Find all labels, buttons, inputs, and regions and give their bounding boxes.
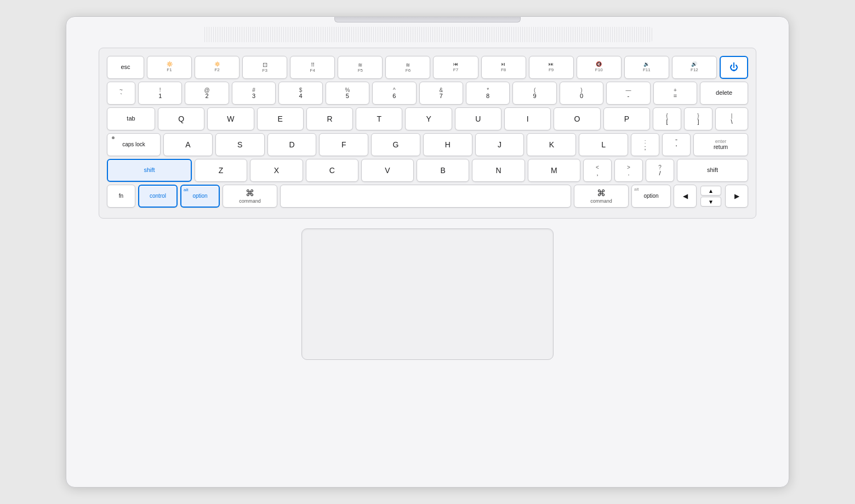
shift-left-label: shift: [144, 167, 155, 174]
key-option-right[interactable]: alt option: [631, 185, 671, 208]
key-tab[interactable]: tab: [107, 107, 155, 130]
key-tilde[interactable]: ~ `: [107, 82, 135, 105]
key-esc[interactable]: esc: [107, 56, 144, 79]
key-f[interactable]: F: [319, 133, 368, 156]
key-b[interactable]: B: [417, 159, 469, 182]
key-r[interactable]: R: [306, 107, 353, 130]
delete-label: delete: [716, 89, 732, 96]
key-period[interactable]: > .: [614, 159, 643, 182]
key-m[interactable]: M: [528, 159, 580, 182]
key-v[interactable]: V: [361, 159, 414, 182]
key-4[interactable]: $ 4: [278, 82, 322, 105]
key-minus[interactable]: — -: [606, 82, 650, 105]
trackpad[interactable]: [301, 228, 554, 360]
g-label: G: [393, 140, 399, 150]
y-label: Y: [426, 114, 431, 124]
cbracket-bottom: ]: [697, 119, 699, 125]
key-f10[interactable]: 🔇 F10: [577, 56, 622, 79]
key-command-right[interactable]: ⌘ command: [574, 185, 629, 208]
key-w[interactable]: W: [207, 107, 254, 130]
key-p[interactable]: P: [603, 107, 650, 130]
f4-icon: ⠿: [311, 62, 315, 68]
key-open-bracket[interactable]: { [: [653, 107, 681, 130]
key-comma[interactable]: < ,: [583, 159, 612, 182]
key-3[interactable]: # 3: [232, 82, 276, 105]
key-enter[interactable]: enter return: [693, 133, 748, 156]
key-g[interactable]: G: [371, 133, 420, 156]
f10-icon: 🔇: [596, 62, 602, 67]
key-f1[interactable]: 🔆 F1: [147, 56, 192, 79]
equals-bottom: =: [674, 93, 677, 99]
w-label: W: [227, 114, 234, 124]
key-d[interactable]: D: [267, 133, 317, 156]
tilde-top: ~: [119, 88, 123, 93]
key-shift-right[interactable]: shift: [677, 159, 748, 182]
key-arrow-left[interactable]: ◀: [674, 185, 697, 208]
key-0[interactable]: ) 0: [560, 82, 603, 105]
key-arrow-up[interactable]: ▲: [700, 186, 721, 196]
l-label: L: [601, 140, 606, 150]
alt-left-label: alt: [184, 187, 188, 193]
f9-icon: ⏭: [549, 62, 554, 67]
key-t[interactable]: T: [356, 107, 402, 130]
key-delete[interactable]: delete: [700, 82, 748, 105]
key-e[interactable]: E: [257, 107, 304, 130]
key-c[interactable]: C: [306, 159, 358, 182]
squote-label: ': [676, 145, 677, 151]
key-caps-lock[interactable]: caps lock: [107, 133, 161, 156]
key-7[interactable]: & 7: [419, 82, 463, 105]
key-close-bracket[interactable]: } ]: [684, 107, 713, 130]
key-i[interactable]: I: [504, 107, 551, 130]
key-o[interactable]: O: [554, 107, 600, 130]
key-h[interactable]: H: [423, 133, 472, 156]
key4-top: $: [299, 88, 303, 93]
f3-icon: ⊡: [263, 61, 267, 68]
key-l[interactable]: L: [579, 133, 628, 156]
key-y[interactable]: Y: [405, 107, 452, 130]
key-control[interactable]: control: [138, 185, 178, 208]
key-backslash[interactable]: | \: [715, 107, 748, 130]
key-f5[interactable]: ≋ F5: [338, 56, 383, 79]
key-slash[interactable]: ? /: [646, 159, 674, 182]
key-j[interactable]: J: [475, 133, 525, 156]
shift-row: shift Z X C V B N M < , > . ? / shift: [107, 159, 748, 182]
key-f2[interactable]: 🔅 F2: [195, 56, 240, 79]
key5-top: %: [345, 88, 350, 93]
key-u[interactable]: U: [455, 107, 501, 130]
key-s[interactable]: S: [215, 133, 265, 156]
key-8[interactable]: * 8: [466, 82, 510, 105]
key-q[interactable]: Q: [158, 107, 204, 130]
period-label: .: [628, 170, 629, 176]
key-f6[interactable]: ≋ F6: [385, 56, 430, 79]
key-n[interactable]: N: [472, 159, 525, 182]
key-option-left[interactable]: alt option: [180, 185, 220, 208]
key-equals[interactable]: + =: [653, 82, 697, 105]
key-semicolon[interactable]: : ;: [631, 133, 659, 156]
key-quote[interactable]: " ': [662, 133, 691, 156]
key-power[interactable]: ⏻: [720, 56, 748, 79]
o-label: O: [574, 114, 580, 124]
key-z[interactable]: Z: [195, 159, 247, 182]
key-shift-left[interactable]: shift: [107, 159, 192, 182]
key-arrow-right[interactable]: ▶: [725, 185, 748, 208]
key-a[interactable]: A: [163, 133, 213, 156]
key-fn[interactable]: fn: [107, 185, 135, 208]
key-arrow-down[interactable]: ▼: [700, 197, 721, 207]
key-space[interactable]: [280, 185, 571, 208]
key-k[interactable]: K: [527, 133, 576, 156]
key-9[interactable]: ( 9: [512, 82, 556, 105]
key-f7[interactable]: ⏮ F7: [433, 56, 478, 79]
key-f12[interactable]: 🔊 F12: [672, 56, 717, 79]
key-f11[interactable]: 🔉 F11: [624, 56, 669, 79]
key-f3[interactable]: ⊡ F3: [242, 56, 287, 79]
key-f4[interactable]: ⠿ F4: [290, 56, 335, 79]
key-x[interactable]: X: [250, 159, 303, 182]
key-2[interactable]: @ 2: [185, 82, 229, 105]
fn-label: fn: [119, 193, 123, 199]
key-1[interactable]: ! 1: [138, 82, 182, 105]
key-6[interactable]: ^ 6: [372, 82, 416, 105]
key-command-left[interactable]: ⌘ command: [223, 185, 277, 208]
key-f9[interactable]: ⏭ F9: [529, 56, 574, 79]
key-5[interactable]: % 5: [326, 82, 369, 105]
key-f8[interactable]: ⏯ F8: [481, 56, 526, 79]
